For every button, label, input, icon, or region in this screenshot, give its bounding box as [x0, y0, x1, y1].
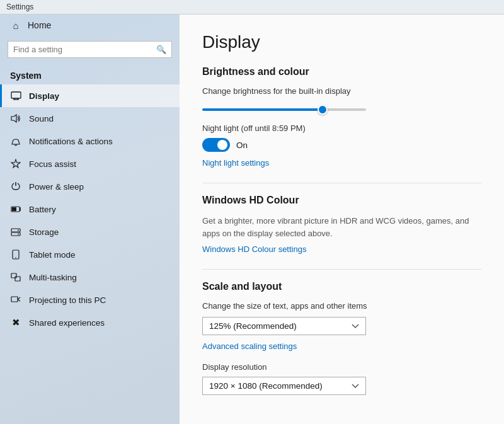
storage-label: Storage [29, 227, 59, 237]
svg-line-19 [18, 297, 20, 299]
svg-rect-17 [15, 277, 20, 281]
sidebar-item-focus[interactable]: Focus assist [0, 152, 180, 175]
home-label: Home [28, 20, 51, 30]
storage-icon [10, 226, 21, 238]
svg-rect-0 [11, 92, 21, 98]
brightness-label: Change brightness for the built-in displ… [202, 86, 481, 96]
search-input[interactable] [13, 45, 152, 54]
brightness-section: Brightness and colour Change brightness … [202, 66, 481, 170]
notifications-label: Notifications & actions [29, 137, 113, 146]
scale-dropdown-container: 100% 125% (Recommended) 150% 175% [202, 317, 481, 335]
search-box[interactable]: 🔍 [8, 41, 172, 58]
sidebar-item-power[interactable]: Power & sleep [0, 175, 180, 198]
svg-rect-6 [12, 207, 16, 211]
power-icon [10, 181, 21, 192]
title-bar: Settings [0, 0, 504, 14]
tablet-icon [10, 249, 21, 260]
power-label: Power & sleep [29, 182, 84, 192]
multitasking-label: Multi-tasking [29, 273, 77, 282]
sidebar-item-sound[interactable]: Sound [0, 107, 180, 130]
sidebar-item-projecting[interactable]: Projecting to this PC [0, 289, 180, 311]
battery-icon [10, 203, 21, 215]
section-divider-1 [202, 183, 481, 183]
sidebar-item-shared[interactable]: ✖ Shared experiences [0, 311, 180, 334]
hd-colour-settings-link[interactable]: Windows HD Colour settings [202, 244, 306, 254]
svg-rect-18 [11, 297, 18, 302]
svg-point-13 [18, 233, 19, 234]
projecting-label: Projecting to this PC [29, 295, 106, 305]
focus-icon [10, 158, 21, 169]
toggle-row: On [202, 138, 481, 152]
shared-label: Shared experiences [29, 318, 105, 328]
brightness-section-title: Brightness and colour [202, 66, 481, 77]
sidebar-section-label: System [0, 63, 180, 84]
advanced-scaling-link[interactable]: Advanced scaling settings [202, 341, 297, 351]
svg-point-15 [15, 257, 16, 258]
sidebar-item-multitasking[interactable]: Multi-tasking [0, 266, 180, 289]
title-bar-label: Settings [6, 3, 33, 11]
hd-colour-section: Windows HD Colour Get a brighter, more v… [202, 195, 481, 256]
section-divider-2 [202, 269, 481, 270]
display-icon [10, 90, 21, 101]
page-title: Display [202, 32, 481, 52]
brightness-slider-container [202, 102, 481, 113]
hd-colour-description: Get a brighter, more vibrant picture in … [202, 215, 473, 239]
display-label: Display [29, 91, 59, 101]
night-light-label: Night light (off until 8:59 PM) [202, 123, 481, 133]
brightness-slider[interactable] [202, 108, 366, 111]
resolution-label: Display resolution [202, 362, 481, 372]
resolution-dropdown-container: 1920 × 1080 (Recommended) 1600 × 900 128… [202, 377, 481, 395]
sidebar-item-storage[interactable]: Storage [0, 221, 180, 243]
home-icon: ⌂ [10, 20, 21, 31]
hd-colour-title: Windows HD Colour [202, 195, 481, 206]
sidebar-item-notifications[interactable]: Notifications & actions [0, 130, 180, 152]
main-content: Display Brightness and colour Change bri… [180, 14, 504, 424]
sound-icon [10, 113, 21, 124]
svg-rect-16 [11, 273, 16, 278]
battery-label: Battery [29, 205, 56, 214]
scale-dropdown[interactable]: 100% 125% (Recommended) 150% 175% [202, 317, 366, 335]
resolution-dropdown[interactable]: 1920 × 1080 (Recommended) 1600 × 900 128… [202, 377, 366, 395]
tablet-label: Tablet mode [29, 250, 76, 260]
scale-layout-section: Scale and layout Change the size of text… [202, 281, 481, 395]
sound-label: Sound [29, 114, 54, 123]
sidebar-item-home[interactable]: ⌂ Home [0, 14, 180, 36]
notifications-icon [10, 135, 21, 147]
app-container: ⌂ Home 🔍 System Display [0, 14, 504, 424]
sidebar-item-display[interactable]: Display [0, 84, 180, 107]
sidebar-item-tablet[interactable]: Tablet mode [0, 243, 180, 266]
svg-line-20 [18, 299, 20, 301]
night-light-toggle[interactable] [202, 138, 230, 152]
svg-marker-4 [11, 115, 16, 122]
scale-layout-title: Scale and layout [202, 281, 481, 292]
night-light-settings-link[interactable]: Night light settings [202, 158, 269, 168]
shared-icon: ✖ [10, 317, 21, 328]
focus-label: Focus assist [29, 159, 76, 169]
sidebar-item-battery[interactable]: Battery [0, 198, 180, 221]
scale-label: Change the size of text, apps and other … [202, 301, 481, 311]
multitasking-icon [10, 272, 21, 283]
projecting-icon [10, 294, 21, 306]
sidebar: ⌂ Home 🔍 System Display [0, 14, 180, 424]
search-icon: 🔍 [156, 45, 166, 54]
svg-point-12 [18, 229, 19, 231]
toggle-on-label: On [236, 140, 248, 150]
